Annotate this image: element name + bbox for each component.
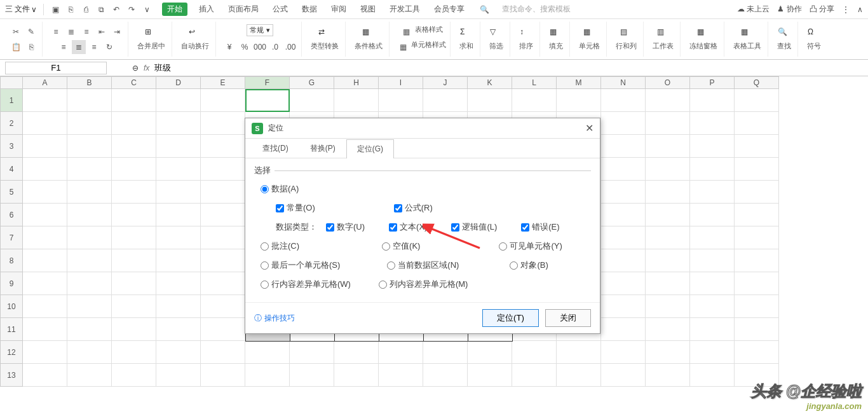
cell[interactable] bbox=[690, 135, 735, 158]
cell[interactable] bbox=[201, 112, 245, 135]
cell[interactable] bbox=[67, 272, 112, 295]
cell[interactable] bbox=[201, 364, 245, 387]
percent-icon[interactable]: % bbox=[238, 40, 252, 54]
cell[interactable] bbox=[646, 158, 690, 181]
cell[interactable] bbox=[201, 89, 245, 112]
cell[interactable] bbox=[601, 249, 646, 272]
cell[interactable] bbox=[690, 295, 735, 318]
more-icon[interactable]: ⋮ bbox=[842, 5, 850, 14]
cell[interactable] bbox=[23, 89, 67, 112]
cell[interactable] bbox=[23, 318, 67, 341]
valign-bot-icon[interactable]: ≡ bbox=[87, 40, 101, 54]
cell-button[interactable]: ▦单元格 bbox=[576, 26, 602, 52]
cell[interactable] bbox=[601, 135, 646, 158]
row-header[interactable]: 2 bbox=[0, 112, 23, 135]
row-header[interactable]: 6 bbox=[0, 204, 23, 226]
cell[interactable] bbox=[690, 364, 735, 387]
cell[interactable] bbox=[512, 89, 557, 112]
cell[interactable] bbox=[112, 364, 156, 387]
cell[interactable] bbox=[512, 364, 557, 387]
radio-object[interactable]: 对象(B) bbox=[510, 260, 548, 271]
row-header[interactable]: 1 bbox=[0, 89, 23, 112]
cell[interactable] bbox=[201, 204, 245, 226]
cell[interactable] bbox=[646, 295, 690, 318]
cell[interactable] bbox=[735, 181, 779, 204]
cell[interactable] bbox=[290, 89, 334, 112]
cell[interactable] bbox=[690, 204, 735, 226]
cell[interactable] bbox=[67, 295, 112, 318]
cell[interactable] bbox=[690, 112, 735, 135]
tab-start[interactable]: 开始 bbox=[162, 3, 187, 16]
radio-rowdiff[interactable]: 行内容差异单元格(W) bbox=[261, 279, 351, 290]
cell[interactable] bbox=[201, 341, 245, 364]
col-header[interactable]: O bbox=[646, 76, 690, 89]
cell[interactable] bbox=[735, 135, 779, 158]
tab-goto[interactable]: 定位(G) bbox=[346, 139, 394, 158]
copy-icon[interactable]: ⎘ bbox=[24, 40, 38, 54]
cell[interactable] bbox=[290, 341, 334, 364]
cell[interactable] bbox=[646, 272, 690, 295]
radio-coldiff[interactable]: 列内容差异单元格(M) bbox=[379, 279, 468, 290]
cell[interactable] bbox=[156, 318, 201, 341]
check-number[interactable]: 数字(U) bbox=[326, 221, 365, 233]
cell[interactable] bbox=[112, 295, 156, 318]
cell[interactable] bbox=[156, 364, 201, 387]
radio-data[interactable]: 数据(A) bbox=[261, 183, 299, 195]
cell[interactable] bbox=[423, 89, 468, 112]
orient-icon[interactable]: ↻ bbox=[102, 40, 116, 54]
valign-top-icon[interactable]: ≡ bbox=[57, 40, 71, 54]
row-header[interactable]: 10 bbox=[0, 295, 23, 318]
type-convert-button[interactable]: ⇄类型转换 bbox=[308, 26, 341, 52]
cell[interactable] bbox=[601, 318, 646, 341]
cell[interactable] bbox=[646, 112, 690, 135]
col-header[interactable]: D bbox=[156, 76, 201, 89]
filter-button[interactable]: ▽筛选 bbox=[487, 26, 506, 52]
align-right-icon[interactable]: ≡ bbox=[79, 25, 93, 39]
cloud-status[interactable]: ☁ 未上云 bbox=[737, 4, 770, 15]
paste-icon[interactable]: 📋 bbox=[9, 40, 23, 54]
col-header[interactable]: L bbox=[512, 76, 557, 89]
cell[interactable] bbox=[690, 181, 735, 204]
tab-vip[interactable]: 会员专享 bbox=[431, 3, 467, 16]
cell[interactable] bbox=[601, 272, 646, 295]
cell[interactable] bbox=[690, 158, 735, 181]
cell[interactable] bbox=[735, 226, 779, 249]
cell[interactable] bbox=[156, 341, 201, 364]
col-header[interactable]: J bbox=[423, 76, 468, 89]
cell[interactable] bbox=[423, 341, 468, 364]
row-header[interactable]: 8 bbox=[0, 249, 23, 272]
cell[interactable] bbox=[201, 158, 245, 181]
cell[interactable] bbox=[67, 158, 112, 181]
cond-format-button[interactable]: ▦条件格式 bbox=[352, 26, 385, 52]
cell[interactable] bbox=[601, 204, 646, 226]
cell[interactable] bbox=[112, 204, 156, 226]
cell[interactable] bbox=[690, 341, 735, 364]
row-header[interactable]: 3 bbox=[0, 135, 23, 158]
col-header[interactable]: B bbox=[67, 76, 112, 89]
col-header[interactable]: G bbox=[290, 76, 334, 89]
format-painter-icon[interactable]: ✎ bbox=[24, 25, 38, 39]
tips-link[interactable]: ⓘ 操作技巧 bbox=[254, 313, 295, 324]
cell[interactable] bbox=[735, 272, 779, 295]
symbol-button[interactable]: Ω符号 bbox=[804, 26, 824, 52]
cell[interactable] bbox=[156, 89, 201, 112]
cell[interactable] bbox=[156, 112, 201, 135]
cell[interactable] bbox=[156, 272, 201, 295]
cell[interactable] bbox=[201, 295, 245, 318]
row-header[interactable]: 9 bbox=[0, 272, 23, 295]
cell[interactable] bbox=[156, 181, 201, 204]
collab-button[interactable]: ♟ 协作 bbox=[777, 4, 801, 15]
number-format-select[interactable]: 常规 ▾ bbox=[247, 24, 273, 36]
col-header[interactable]: M bbox=[557, 76, 601, 89]
check-text[interactable]: 文本(X) bbox=[389, 221, 427, 233]
cell[interactable] bbox=[23, 112, 67, 135]
cell[interactable] bbox=[67, 249, 112, 272]
cell[interactable] bbox=[112, 158, 156, 181]
wrap-button[interactable]: ↩自动换行 bbox=[179, 26, 212, 52]
cell[interactable] bbox=[67, 112, 112, 135]
cell[interactable] bbox=[201, 272, 245, 295]
cell[interactable] bbox=[468, 341, 512, 364]
chevron-icon[interactable]: ∧ bbox=[857, 5, 863, 14]
tab-replace[interactable]: 替换(P) bbox=[299, 139, 346, 158]
col-header[interactable]: I bbox=[379, 76, 423, 89]
